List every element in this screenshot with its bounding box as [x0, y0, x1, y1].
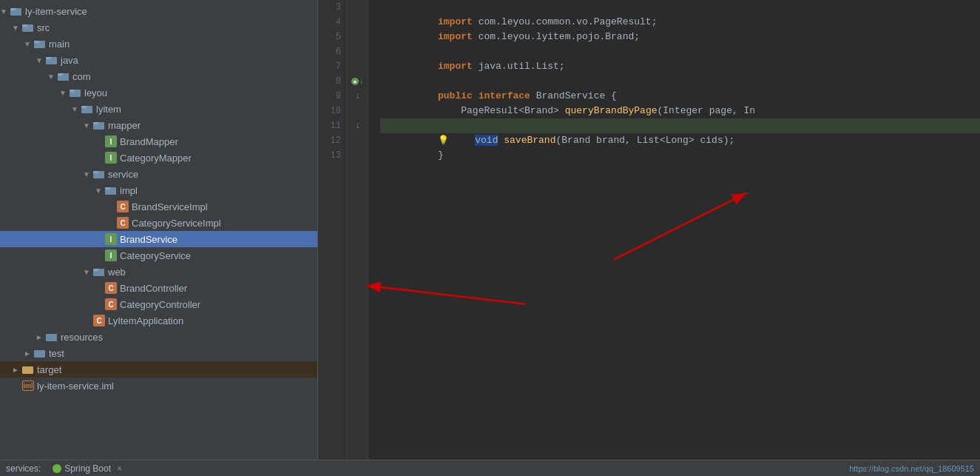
tree-item-java[interactable]: ▼ java	[0, 52, 317, 68]
line-num-9: 9	[324, 89, 341, 104]
tree-item-ly-item-service[interactable]: ▼ ly-item-service	[0, 3, 317, 19]
code-line-4: import com.leyou.lyitem.pojo.Brand;	[380, 15, 980, 30]
svg-rect-19	[105, 187, 110, 190]
tree-item-brandservice[interactable]: I BrandService	[0, 231, 317, 247]
spring-tab-close[interactable]: ×	[117, 463, 122, 474]
svg-rect-23	[34, 350, 45, 358]
gutter-8: ● ↓	[348, 74, 368, 89]
svg-rect-7	[46, 57, 51, 59]
folder-icon-java	[46, 54, 58, 66]
folder-icon-service	[93, 168, 105, 180]
code-line-5	[380, 30, 980, 44]
interface-icon-categoryservice: I	[105, 249, 117, 261]
folder-icon-resources	[46, 331, 58, 343]
tree-item-mapper[interactable]: ▼ mapper	[0, 117, 317, 133]
arrow-java: ▼	[36, 56, 46, 64]
code-line-8: public interface BrandService {	[380, 74, 980, 89]
tree-item-main[interactable]: ▼ main	[0, 36, 317, 52]
services-item: services:	[6, 463, 41, 474]
tree-item-target[interactable]: ► target	[0, 361, 317, 378]
tree-item-brandcontroller[interactable]: C BrandController	[0, 280, 317, 296]
svg-rect-11	[70, 90, 75, 92]
code-line-6: import java.util.List;	[380, 44, 980, 59]
interface-icon-categorymapper: I	[105, 152, 117, 164]
class-icon-categorycontroller: C	[105, 298, 117, 310]
tree-item-src[interactable]: ▼ src	[0, 19, 317, 36]
arrow-target: ►	[12, 366, 22, 374]
gutter-5	[348, 30, 368, 44]
svg-rect-5	[34, 41, 39, 43]
arrow-main: ▼	[24, 40, 34, 48]
tree-item-categoryservice[interactable]: I CategoryService	[0, 247, 317, 264]
tree-label-web: web	[108, 267, 126, 278]
tree-item-leyou[interactable]: ▼ leyou	[0, 84, 317, 101]
file-tree: ▼ ly-item-service ▼ src ▼ main	[0, 0, 318, 460]
arrow-lyitem: ▼	[71, 105, 81, 113]
tree-label-service: service	[108, 169, 138, 180]
line-num-12: 12	[324, 133, 341, 148]
folder-icon-src	[22, 21, 34, 33]
gutter-12	[348, 133, 368, 148]
folder-icon-web	[93, 266, 105, 278]
tree-item-categorycontroller[interactable]: C CategoryController	[0, 296, 317, 312]
code-editor[interactable]: 3 4 5 6 7 8 9 10 11 12 13	[318, 0, 980, 460]
interface-icon-brandmapper: I	[105, 135, 117, 147]
svg-rect-15	[93, 122, 98, 124]
tree-label-target: target	[37, 364, 61, 375]
line-num-3: 3	[324, 0, 341, 15]
class-icon-categoryserviceimpl: C	[117, 217, 129, 229]
tree-label-categoryservice: CategoryService	[120, 250, 191, 261]
iml-icon: iml	[22, 381, 34, 391]
gutter-6	[348, 44, 368, 59]
bottom-bar: services: Spring Boot × https://blog.csd…	[0, 460, 980, 476]
gutter-13	[348, 148, 368, 163]
arrow-ly-item-service: ▼	[0, 7, 10, 16]
tree-item-lyitemapplication[interactable]: C LyItemApplication	[0, 312, 317, 329]
tree-item-brandmapper[interactable]: I BrandMapper	[0, 133, 317, 150]
class-icon-lyitemapplication: C	[93, 315, 105, 326]
tree-label-categorycontroller: CategoryController	[120, 299, 200, 310]
svg-rect-17	[93, 171, 98, 173]
tree-item-categorymapper[interactable]: I CategoryMapper	[0, 150, 317, 166]
arrow-resources: ►	[36, 333, 46, 341]
code-line-9: PageResult<Brand> queryBrandByPage(Integ…	[380, 89, 980, 104]
code-line-3: import com.leyou.common.vo.PageResult;	[380, 0, 980, 15]
tree-label-brandmapper: BrandMapper	[120, 136, 178, 147]
gutter-11: ↓	[348, 118, 368, 133]
tree-item-com[interactable]: ▼ com	[0, 68, 317, 84]
tree-label-brandserviceimpl: BrandServiceImpl	[132, 201, 208, 212]
tree-item-iml[interactable]: iml ly-item-service.iml	[0, 378, 317, 394]
main-area: ▼ ly-item-service ▼ src ▼ main	[0, 0, 980, 460]
services-label: services:	[6, 463, 41, 474]
folder-icon-mapper	[93, 119, 105, 131]
tree-label-impl: impl	[120, 185, 138, 196]
folder-icon-test	[34, 347, 46, 359]
tree-item-categoryserviceimpl[interactable]: C CategoryServiceImpl	[0, 215, 317, 231]
tree-item-brandserviceimpl[interactable]: C BrandServiceImpl	[0, 198, 317, 215]
code-line-7	[380, 59, 980, 74]
tree-item-impl[interactable]: ▼ impl	[0, 182, 317, 198]
arrow-web: ▼	[83, 268, 93, 276]
arrow-test: ►	[24, 349, 34, 358]
code-line-10	[380, 104, 980, 118]
url-display: https://blog.csdn.net/qq_18609515	[849, 464, 974, 473]
folder-icon-impl	[105, 184, 117, 196]
arrow-impl: ▼	[95, 187, 105, 195]
tree-item-service[interactable]: ▼ service	[0, 166, 317, 182]
tree-label-categoryserviceimpl: CategoryServiceImpl	[132, 218, 221, 229]
svg-rect-22	[46, 334, 57, 341]
spring-boot-item[interactable]: Spring Boot ×	[53, 463, 122, 474]
gutter-3	[348, 0, 368, 15]
gutter: ● ↓ ↓ ↓	[348, 0, 368, 460]
svg-rect-13	[81, 106, 87, 108]
line-numbers: 3 4 5 6 7 8 9 10 11 12 13	[318, 0, 348, 460]
folder-icon-ly-item-service	[10, 5, 22, 17]
svg-rect-9	[58, 73, 63, 76]
tree-item-web[interactable]: ▼ web	[0, 264, 317, 280]
tree-item-test[interactable]: ► test	[0, 345, 317, 361]
tree-item-resources[interactable]: ► resources	[0, 329, 317, 345]
class-icon-brandserviceimpl: C	[117, 201, 129, 212]
svg-rect-1	[10, 8, 16, 10]
line-num-8: 8	[324, 74, 341, 89]
tree-item-lyitem[interactable]: ▼ lyitem	[0, 101, 317, 117]
